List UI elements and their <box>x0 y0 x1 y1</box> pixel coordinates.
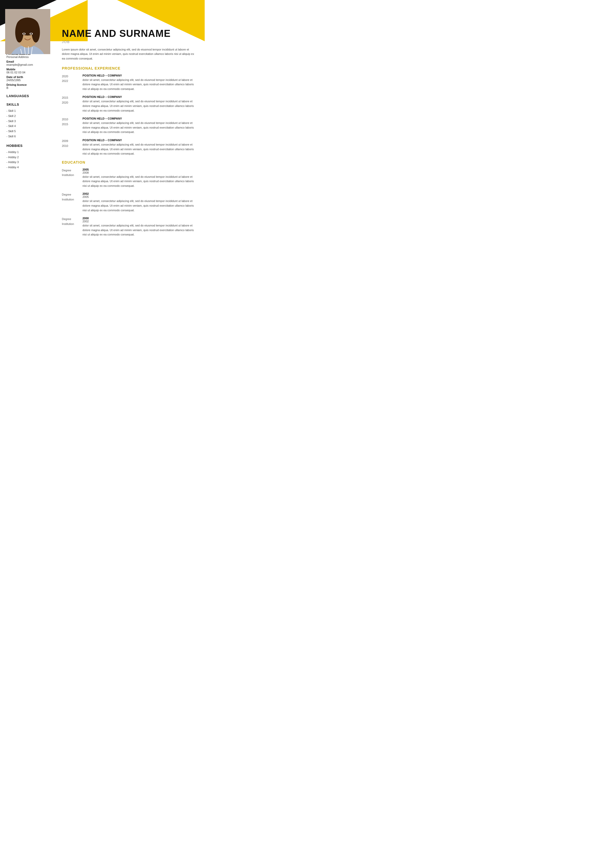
exp-details: POSITION HELD – COMPANY dolor sit amet, … <box>82 74 196 91</box>
exp-position: POSITION HELD – COMPANY <box>82 95 196 98</box>
candidate-name: NAME AND SURNAME <box>62 28 196 39</box>
experience-entry: 20102015 POSITION HELD – COMPANY dolor s… <box>62 117 196 135</box>
education-section-title: EDUCATION <box>62 160 196 164</box>
edu-left: DegreeInstitution <box>62 217 82 237</box>
content-wrapper: PROFILE Personal Address Personal Addres… <box>0 0 205 249</box>
experience-list: 20202022 POSITION HELD – COMPANY dolor s… <box>62 74 196 156</box>
skill-item: - Skill 2 <box>6 114 51 119</box>
experience-entry: 20152020 POSITION HELD – COMPANY dolor s… <box>62 95 196 113</box>
hobby-item: - Hobby 1 <box>6 150 51 155</box>
education-list: DegreeInstitution 2005 2008 dolor sit am… <box>62 168 196 237</box>
dob-label: Date of birth <box>6 76 51 79</box>
exp-position: POSITION HELD – COMPANY <box>82 139 196 142</box>
hobby-item: - Hobby 2 <box>6 155 51 160</box>
skill-item: - Skill 4 <box>6 124 51 129</box>
svg-point-6 <box>32 22 40 42</box>
email-value: example@gmail.com <box>6 63 51 66</box>
edu-details: 2005 2008 dolor sit amet, consectetur ad… <box>82 168 196 188</box>
hobbies-section: HOBBIES - Hobby 1- Hobby 2- Hobby 3- Hob… <box>6 144 51 170</box>
exp-years: 20102015 <box>62 117 82 135</box>
edu-details: 2002 2005 dolor sit amet, consectetur ad… <box>82 192 196 212</box>
edu-description: dolor sit amet, consectetur adipiscing e… <box>82 199 196 212</box>
exp-description: dolor sit amet, consectetur adipiscing e… <box>82 143 196 156</box>
main-content: NAME AND SURNAME JOB Lorem ipsum dolor s… <box>57 3 205 249</box>
edu-left: DegreeInstitution <box>62 192 82 212</box>
edu-description: dolor sit amet, consectetur adipiscing e… <box>82 175 196 188</box>
edu-details: 2000 2002 dolor sit amet, consectetur ad… <box>82 217 196 237</box>
education-entry: DegreeInstitution 2005 2008 dolor sit am… <box>62 168 196 188</box>
edu-year-start: 2000 <box>82 217 196 220</box>
exp-years: 20152020 <box>62 95 82 113</box>
languages-title: LANGUAGES <box>6 94 51 98</box>
hobby-item: - Hobby 4 <box>6 165 51 170</box>
edu-year-end: 2005 <box>82 195 196 198</box>
address-value: Personal Address <box>6 56 51 59</box>
skills-list: - Skill 1- Skill 2- Skill 3- Skill 4- Sk… <box>6 108 51 139</box>
education-entry: DegreeInstitution 2002 2005 dolor sit am… <box>62 192 196 212</box>
exp-details: POSITION HELD – COMPANY dolor sit amet, … <box>82 95 196 113</box>
candidate-job: JOB <box>62 40 196 44</box>
edu-description: dolor sit amet, consectetur adipiscing e… <box>82 223 196 237</box>
skills-title: SKILLS <box>6 102 51 106</box>
exp-description: dolor sit amet, consectetur adipiscing e… <box>82 121 196 135</box>
skills-section: SKILLS - Skill 1- Skill 2- Skill 3- Skil… <box>6 102 51 139</box>
edu-year-start: 2002 <box>82 192 196 195</box>
svg-point-5 <box>15 22 23 42</box>
skill-item: - Skill 6 <box>6 134 51 139</box>
edu-year-end: 2002 <box>82 220 196 223</box>
exp-years: 20092010 <box>62 139 82 156</box>
svg-point-8 <box>23 33 25 34</box>
exp-position: POSITION HELD – COMPANY <box>82 74 196 77</box>
licence-value: B <box>6 86 51 89</box>
hobbies-title: HOBBIES <box>6 144 51 148</box>
exp-details: POSITION HELD – COMPANY dolor sit amet, … <box>82 117 196 135</box>
skill-item: - Skill 3 <box>6 119 51 124</box>
hobby-item: - Hobby 3 <box>6 160 51 165</box>
name-title-block: NAME AND SURNAME JOB <box>62 28 196 44</box>
education-entry: DegreeInstitution 2000 2002 dolor sit am… <box>62 217 196 237</box>
photo-container <box>5 9 50 54</box>
email-label: Email <box>6 60 51 63</box>
exp-years: 20202022 <box>62 74 82 91</box>
hobbies-list: - Hobby 1- Hobby 2- Hobby 3- Hobby 4 <box>6 150 51 170</box>
dob-value: 24/05/1995 <box>6 79 51 82</box>
languages-section: LANGUAGES <box>6 94 51 98</box>
edu-year-end: 2008 <box>82 171 196 174</box>
mobile-value: 06 01 02 03 04 <box>6 71 51 74</box>
svg-point-10 <box>30 33 32 34</box>
experience-entry: 20092010 POSITION HELD – COMPANY dolor s… <box>62 139 196 156</box>
skill-item: - Skill 1 <box>6 108 51 114</box>
mobile-label: Mobile <box>6 68 51 71</box>
sidebar: PROFILE Personal Address Personal Addres… <box>0 3 57 249</box>
experience-section-title: PROFESSIONAL EXPERIENCE <box>62 66 196 70</box>
exp-description: dolor sit amet, consectetur adipiscing e… <box>82 99 196 113</box>
candidate-photo <box>5 9 50 54</box>
experience-entry: 20202022 POSITION HELD – COMPANY dolor s… <box>62 74 196 91</box>
exp-details: POSITION HELD – COMPANY dolor sit amet, … <box>82 139 196 156</box>
resume-page: PROFILE Personal Address Personal Addres… <box>0 0 205 289</box>
licence-label: Driving licence <box>6 83 51 86</box>
edu-left: DegreeInstitution <box>62 168 82 188</box>
exp-position: POSITION HELD – COMPANY <box>82 117 196 120</box>
exp-description: dolor sit amet, consectetur adipiscing e… <box>82 78 196 91</box>
skill-item: - Skill 5 <box>6 129 51 134</box>
edu-year-start: 2005 <box>82 168 196 171</box>
candidate-summary: Lorem ipsum dolor sit amet, consectetur … <box>62 47 196 61</box>
